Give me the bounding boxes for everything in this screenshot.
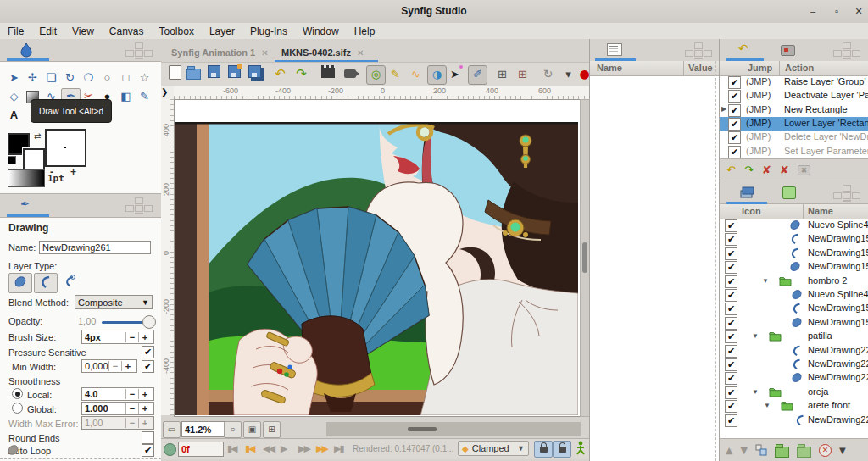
render-button[interactable] [341, 65, 359, 83]
layer-row-newdrawing226[interactable]: ✔NewDrawing226 [720, 344, 868, 358]
text-tool[interactable]: A [5, 107, 23, 124]
canvas-menu-caret[interactable]: ❯ [161, 86, 174, 99]
synfig-logo-icon[interactable] [19, 42, 34, 58]
history-tab-icon[interactable]: ↶ [738, 42, 748, 55]
dock-handle[interactable] [125, 197, 153, 214]
save-document-button[interactable] [205, 65, 223, 83]
seek-prev-keyframe-button[interactable]: ▮◀ [245, 443, 254, 454]
rotate-tool[interactable]: ↻ [61, 69, 79, 86]
history-row[interactable]: ✔(JMP)Raise Layer 'Group' [720, 75, 868, 89]
zoom-normal-button[interactable]: ○ [224, 421, 242, 438]
brush-size-input[interactable]: 4px −+ [81, 330, 154, 344]
reset-colors-icon[interactable] [8, 156, 16, 164]
history-row[interactable]: ✔(JMP)Set Layer Parameter (Re [720, 145, 868, 158]
local-radio[interactable] [12, 388, 23, 399]
seek-prev-frame-button[interactable]: ◀◀ [263, 443, 274, 454]
dock-handle[interactable] [833, 185, 860, 202]
toggle-position-handles-button[interactable]: ◎ [366, 65, 386, 85]
menu-window[interactable]: Window [295, 25, 347, 37]
minimize-button[interactable]: – [804, 4, 822, 18]
jump-link[interactable]: (JMP) [746, 131, 771, 142]
menu-edit[interactable]: Edit [31, 25, 64, 37]
history-row[interactable]: ✔(JMP)Lower Layer 'Rectangle1 [720, 117, 868, 131]
history-row[interactable]: ✔(JMP)Delete Layer 'NewDrawin [720, 131, 868, 144]
min-width-input[interactable]: 0,000 −+ [81, 359, 137, 373]
refresh-button[interactable]: ↻ [539, 65, 557, 83]
canvas-viewport[interactable] [174, 99, 580, 417]
redo-button[interactable]: ↷ [292, 65, 310, 83]
menu-view[interactable]: View [64, 25, 102, 37]
history-row-checkbox[interactable]: ✔ [728, 131, 741, 144]
auto-loop-checkbox[interactable]: ✔ [142, 444, 154, 457]
dock-handle[interactable] [833, 42, 860, 59]
layer-visibility-checkbox[interactable]: ✔ [725, 386, 737, 399]
clear-redo-icon[interactable]: ✘ [780, 164, 789, 176]
layers-tab-icon[interactable] [740, 186, 754, 200]
circle-tool[interactable]: ○ [98, 69, 116, 86]
transform-tool[interactable]: ➤ [5, 69, 23, 86]
menu-layer[interactable]: Layer [202, 25, 242, 37]
local-plus[interactable]: + [138, 389, 151, 399]
future-keyframe-lock-button[interactable] [553, 441, 571, 458]
snap-grid-button[interactable]: ⊞ [514, 65, 531, 83]
history-row[interactable]: ✔(JMP)Deactivate Layer 'Pag-04 [720, 89, 868, 103]
undo-icon[interactable]: ↶ [726, 164, 736, 176]
column-name[interactable]: Name [597, 63, 622, 73]
maximize-button[interactable]: ▫ [827, 4, 846, 18]
close-tab-icon[interactable]: ✕ [261, 48, 268, 58]
layer-type-region-button[interactable] [8, 273, 32, 293]
tab-mkns-0402[interactable]: MKNS-0402.sifz✕ [281, 43, 364, 62]
jump-link[interactable]: (JMP) [746, 76, 771, 86]
layer-row-arete-front[interactable]: ✔▼arete front [720, 399, 868, 413]
default-gradient-swatch[interactable] [8, 169, 45, 187]
jump-link[interactable]: (JMP) [746, 104, 771, 114]
layer-row-newdrawing228[interactable]: ✔NewDrawing228 [720, 414, 868, 427]
undo-button[interactable]: ↶ [271, 65, 289, 83]
menu-canvas[interactable]: Canvas [102, 25, 152, 37]
dock-handle[interactable] [125, 42, 153, 59]
layer-row-patilla[interactable]: ✔▼patilla [720, 330, 868, 343]
play-button[interactable]: ▶ [281, 443, 286, 454]
layer-visibility-checkbox[interactable]: ✔ [725, 317, 737, 330]
clear-undo-icon[interactable]: ✘ [762, 164, 771, 176]
jump-link[interactable]: (JMP) [746, 118, 771, 128]
zoom-fit-button[interactable]: ▣ [243, 421, 261, 438]
column-layer-name[interactable]: Name [808, 206, 833, 216]
zoom-level-field[interactable]: 41.2% [181, 421, 225, 437]
expander-icon[interactable]: ▼ [762, 277, 769, 285]
bucket-tool[interactable]: ◧ [117, 88, 135, 105]
local-minus[interactable]: − [125, 389, 138, 399]
global-minus[interactable]: − [125, 403, 138, 414]
dock-handle[interactable] [685, 42, 712, 59]
toggle-tangent-handles-button[interactable]: ∿ [407, 65, 425, 83]
group-into-icon[interactable] [797, 447, 811, 458]
layer-visibility-checkbox[interactable]: ✔ [725, 219, 737, 232]
layer-visibility-checkbox[interactable]: ✔ [725, 303, 737, 315]
tab-synfig-animation-1[interactable]: Synfig Animation 1✕ [171, 43, 269, 62]
layer-row-oreja[interactable]: ✔▼oreja [720, 386, 868, 399]
seek-begin-button[interactable]: ▮◀ [227, 443, 236, 454]
close-button[interactable]: ✕ [849, 4, 868, 18]
global-plus[interactable]: + [138, 403, 151, 414]
new-layer-icon[interactable] [755, 444, 767, 458]
pressure-sensitive-checkbox[interactable]: ✔ [142, 346, 154, 358]
clear-history-icon[interactable]: ✖ [798, 165, 811, 175]
column-value[interactable]: Value [688, 63, 713, 73]
min-width-minus[interactable]: − [108, 361, 121, 371]
layer-row-newdrawing153[interactable]: ✔NewDrawing153 [720, 260, 868, 274]
layer-visibility-checkbox[interactable]: ✔ [725, 358, 737, 371]
expander-icon[interactable]: ▼ [752, 388, 759, 396]
layer-row-newdrawing227[interactable]: ✔NewDrawing227 [720, 358, 868, 371]
past-keyframe-lock-button[interactable] [534, 441, 553, 458]
seek-next-keyframe-button[interactable]: ▶▶ [316, 443, 327, 454]
save-all-button[interactable] [246, 65, 264, 83]
layer-visibility-checkbox[interactable]: ✔ [725, 247, 737, 260]
jump-link[interactable]: (JMP) [746, 146, 771, 156]
star-tool[interactable]: ☆ [136, 69, 153, 86]
brush-size-minus[interactable]: − [125, 332, 138, 342]
raise-layer-icon[interactable]: ▲ [726, 445, 732, 456]
expander-icon[interactable]: ▶ [721, 105, 726, 113]
layer-row-newdrawing152[interactable]: ✔NewDrawing152 [720, 316, 868, 330]
history-row-checkbox[interactable]: ✔ [728, 118, 741, 131]
layer-row-hombro-2[interactable]: ✔▼hombro 2 [720, 275, 868, 288]
